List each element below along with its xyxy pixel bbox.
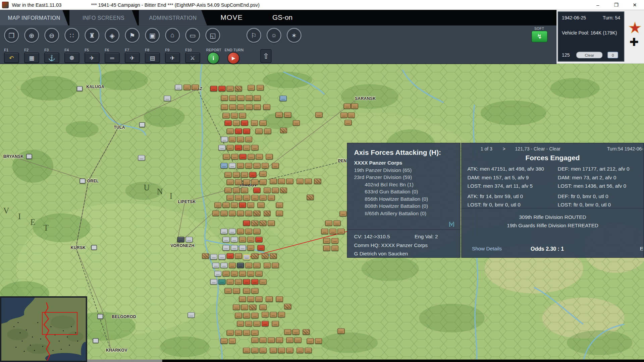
unit-counter[interactable] — [258, 245, 265, 250]
unit-counter[interactable] — [218, 254, 225, 259]
unit-counter[interactable] — [227, 253, 234, 259]
battles-report-button[interactable]: ⚔ — [185, 53, 200, 63]
unit-counter[interactable] — [292, 329, 300, 335]
unit-counter[interactable] — [218, 86, 225, 91]
air-mission-button[interactable]: ✈ — [125, 53, 140, 63]
unit-counter[interactable] — [297, 348, 304, 353]
unit-counter[interactable] — [212, 210, 219, 216]
unit-counter[interactable] — [231, 202, 238, 208]
unit-counter[interactable] — [223, 245, 230, 250]
unit-counter[interactable] — [340, 211, 347, 216]
tab-administration[interactable]: ADMINISTRATION — [139, 10, 207, 25]
attacker-unit[interactable]: 23rd Panzer Division (59) — [354, 174, 453, 181]
unit-counter[interactable] — [239, 296, 246, 302]
unit-counter[interactable] — [221, 210, 228, 216]
unit-counter[interactable] — [237, 95, 245, 101]
unit-counter[interactable] — [237, 263, 244, 268]
unit-counter[interactable] — [272, 321, 279, 326]
unit-counter[interactable] — [276, 202, 283, 208]
unit-counter[interactable] — [225, 120, 232, 126]
unit-counter[interactable] — [323, 245, 330, 251]
minimap[interactable] — [0, 296, 87, 362]
minimize-button[interactable]: – — [589, 0, 607, 10]
unit-counter[interactable] — [264, 263, 271, 268]
unit-counter[interactable] — [229, 338, 236, 344]
unit-counter[interactable] — [268, 338, 275, 343]
unit-counter[interactable] — [260, 338, 267, 343]
unit-counter[interactable] — [315, 112, 322, 117]
unit-counter[interactable] — [237, 163, 244, 168]
unit-counter[interactable] — [263, 104, 270, 110]
unit-counter[interactable] — [321, 229, 328, 234]
unit-counter[interactable] — [268, 195, 275, 200]
air-transport-button[interactable]: ✈ — [85, 53, 99, 63]
unit-counter[interactable] — [270, 253, 277, 259]
soft-attack-button[interactable]: ↯ — [531, 31, 547, 42]
unit-counter[interactable] — [247, 202, 254, 208]
unit-counter[interactable] — [331, 238, 338, 243]
gs-toggle[interactable]: GS-on — [272, 13, 292, 21]
unit-counter[interactable] — [333, 221, 340, 226]
unit-counter[interactable] — [229, 137, 236, 142]
unit-counter[interactable] — [266, 154, 273, 159]
unit-counter[interactable] — [270, 179, 277, 184]
unit-counter[interactable] — [247, 271, 254, 276]
unit-counter[interactable] — [239, 154, 247, 159]
unit-counter[interactable] — [307, 194, 314, 200]
unit-counter[interactable] — [210, 279, 217, 285]
jump-window-button[interactable]: ❐ — [4, 28, 19, 43]
unit-counter[interactable] — [348, 113, 355, 118]
unit-counter[interactable] — [266, 296, 273, 302]
unit-counter[interactable] — [251, 221, 258, 226]
unit-counter[interactable] — [229, 263, 236, 268]
unit-counter[interactable] — [331, 245, 338, 251]
attacker-support-unit[interactable]: 402nd Bcl Rec Bn (1) — [354, 181, 453, 188]
unit-counter[interactable] — [233, 288, 240, 294]
unit-counter[interactable] — [225, 288, 232, 294]
unit-counter[interactable] — [260, 279, 267, 285]
unit-counter[interactable] — [221, 104, 228, 110]
unit-counter[interactable] — [294, 338, 302, 343]
show-details-link[interactable]: Show Details — [472, 246, 502, 251]
unit-counter[interactable] — [183, 84, 191, 90]
unit-counter[interactable] — [276, 296, 283, 302]
unit-counter[interactable] — [260, 195, 267, 200]
unit-counter[interactable] — [260, 348, 267, 353]
attacker-support-unit[interactable]: 808th Howitzer Battalion (0) — [354, 203, 453, 210]
mode-indicator[interactable]: MOVE — [221, 13, 243, 21]
unit-counter[interactable] — [272, 263, 279, 268]
unit-counter[interactable] — [305, 348, 312, 353]
unit-counter[interactable] — [233, 120, 240, 126]
unit-counter[interactable] — [254, 263, 261, 268]
unit-counter[interactable] — [229, 104, 236, 110]
unit-counter[interactable] — [254, 321, 261, 326]
unit-counter[interactable] — [280, 128, 287, 133]
unit-counter[interactable] — [241, 188, 248, 193]
unit-counter[interactable] — [338, 328, 345, 334]
unit-counter[interactable] — [251, 279, 258, 285]
rail-repair-button[interactable]: ═ — [105, 53, 119, 63]
unit-counter[interactable] — [286, 179, 293, 184]
unit-counter[interactable] — [235, 179, 242, 185]
unit-counter[interactable] — [233, 188, 240, 193]
unit-counter[interactable] — [323, 238, 330, 243]
zoom-out-button[interactable]: ⊖ — [44, 28, 59, 43]
unit-counter[interactable] — [280, 188, 287, 193]
unit-flags-button[interactable]: ⚑ — [125, 28, 140, 43]
unit-counter[interactable] — [214, 202, 221, 208]
unit-counter[interactable] — [243, 288, 250, 294]
attacker-support-unit[interactable]: 856th Howitzer Battalion (0) — [354, 195, 453, 202]
close-button[interactable]: ✕ — [626, 0, 644, 10]
unit-counter[interactable] — [243, 254, 250, 260]
unit-counter[interactable] — [229, 95, 236, 101]
unit-counter[interactable] — [237, 137, 244, 142]
unit-counter[interactable] — [262, 312, 269, 317]
unit-counter[interactable] — [218, 279, 225, 285]
unit-counter[interactable] — [243, 313, 250, 318]
unit-counter[interactable] — [243, 179, 250, 185]
unit-counter[interactable] — [247, 245, 254, 250]
undo-move-button[interactable]: ↶ — [4, 53, 19, 63]
unit-counter[interactable] — [235, 145, 242, 150]
zoom-in-button[interactable]: ⊕ — [24, 28, 39, 43]
unit-counter[interactable] — [223, 237, 230, 242]
